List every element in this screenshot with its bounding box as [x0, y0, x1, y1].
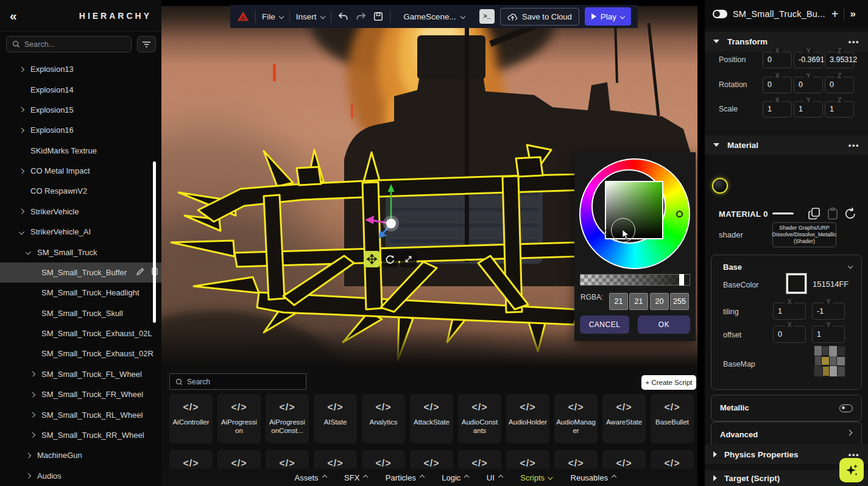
script-card[interactable]: </>AiController [169, 394, 213, 443]
basecolor-swatch[interactable] [786, 273, 806, 294]
cancel-button[interactable]: CANCEL [580, 315, 629, 334]
section-menu-icon[interactable]: ••• [849, 141, 859, 150]
terminal-button[interactable]: >_ [479, 9, 495, 24]
hierarchy-item[interactable]: Explosion16 [0, 120, 161, 140]
hierarchy-item[interactable]: SM_Small_Truck_Exhaust_02R [0, 343, 161, 364]
script-card[interactable]: </>AIState [314, 394, 357, 443]
chevron-right-icon[interactable] [30, 372, 35, 377]
collapse-inspector-icon[interactable]: » [850, 8, 855, 20]
tab-scripts[interactable]: Scripts [520, 473, 552, 482]
sv-handle[interactable] [604, 230, 610, 235]
hierarchy-item[interactable]: StrikerVehicle [0, 202, 161, 222]
script-card[interactable]: </> [458, 450, 501, 470]
metallic-toggle[interactable] [839, 404, 853, 412]
vector-input-x[interactable]: X1 [773, 303, 806, 320]
collapse-panel-icon[interactable]: « [10, 9, 17, 22]
hierarchy-item[interactable]: SM_Small_Truck_RL_Wheel [0, 404, 161, 424]
chevron-down-icon[interactable] [26, 249, 31, 255]
ai-assistant-button[interactable] [839, 458, 864, 482]
blue-value-input[interactable]: 20 [650, 293, 669, 310]
scene-selector[interactable]: GameScene... [403, 12, 464, 21]
script-card[interactable]: </>Analytics [362, 394, 405, 443]
chevron-right-icon[interactable] [26, 453, 31, 458]
hierarchy-item[interactable]: SKidMarks Textrue [0, 141, 161, 161]
script-card[interactable]: </> [506, 450, 549, 470]
hierarchy-item[interactable]: Explosion15 [0, 100, 161, 120]
vector-input-z[interactable]: Z0 [825, 77, 854, 93]
script-card[interactable]: </> [554, 450, 598, 470]
hierarchy-item[interactable]: Explosion13 [0, 59, 161, 79]
move-tool-button[interactable] [364, 251, 380, 267]
hierarchy-item[interactable]: StrikerVehicle_AI [0, 222, 161, 242]
chevron-right-icon[interactable] [30, 432, 35, 438]
script-card[interactable]: </>AudioHolder [506, 394, 549, 443]
script-card[interactable]: </>AudioConstants [458, 394, 501, 443]
hierarchy-item[interactable]: SM_Small_Truck [0, 242, 161, 262]
alpha-value-input[interactable]: 255 [670, 293, 689, 310]
ok-button[interactable]: OK [638, 315, 690, 334]
rename-icon[interactable] [135, 267, 145, 276]
chevron-right-icon[interactable] [19, 66, 24, 72]
file-menu[interactable]: File [262, 12, 283, 21]
redo-button[interactable] [355, 12, 367, 22]
basecolor-hex-value[interactable]: 151514FF [813, 280, 849, 289]
chevron-right-icon[interactable] [30, 392, 35, 397]
save-to-cloud-button[interactable]: Save to Cloud [500, 8, 579, 26]
basemap-texture-thumbnail[interactable] [814, 345, 846, 378]
tab-reusables[interactable]: Reusables [571, 473, 616, 482]
chevron-right-icon[interactable] [19, 209, 24, 214]
vector-input-x[interactable]: X0 [763, 77, 792, 93]
play-button[interactable]: Play [585, 7, 631, 26]
vector-input-y[interactable]: Y0 [794, 77, 823, 93]
vector-input-x[interactable]: X1 [763, 101, 792, 118]
script-card[interactable]: </>BaseBullet [651, 394, 694, 443]
shader-dropdown[interactable]: Shader Graphs/URP Dissolve/Dissolve_Meta… [772, 222, 836, 247]
hierarchy-item[interactable]: CO RespawnV2 [0, 181, 161, 201]
script-card[interactable]: </> [362, 450, 405, 470]
create-script-button[interactable]: + Create Script [641, 375, 696, 390]
hierarchy-item[interactable]: SM_Small_Truck_FR_Wheel [0, 384, 161, 404]
visibility-toggle[interactable] [713, 10, 727, 18]
chevron-right-icon[interactable] [19, 107, 24, 113]
hierarchy-item[interactable]: SM_Small_Truck_RR_Wheel [0, 425, 161, 445]
vector-input-x[interactable]: X0 [763, 52, 792, 68]
vector-input-y[interactable]: Y-0.3691 [794, 52, 823, 68]
reset-material-button[interactable] [843, 206, 858, 221]
script-card[interactable]: </>AiProgressionConst... [266, 394, 309, 443]
add-component-button[interactable]: + [831, 8, 839, 20]
alpha-handle[interactable] [679, 274, 684, 286]
vector-input-x[interactable]: X0 [773, 326, 806, 343]
chevron-down-icon[interactable] [19, 229, 24, 234]
script-card[interactable]: </>AiProgression [217, 394, 261, 443]
chevron-right-icon[interactable] [30, 412, 35, 417]
section-menu-icon[interactable]: ••• [849, 37, 859, 46]
filter-button[interactable] [137, 36, 156, 52]
hierarchy-scrollbar[interactable] [153, 161, 156, 323]
script-card[interactable]: </> [651, 450, 694, 470]
material-preview-ball[interactable] [712, 178, 728, 194]
chevron-right-icon[interactable] [26, 473, 31, 479]
green-value-input[interactable]: 21 [629, 293, 648, 310]
metallic-section[interactable]: Metallic [711, 395, 862, 421]
tab-particles[interactable]: Particles [386, 473, 423, 482]
vector-input-z[interactable]: Z3.95312 [825, 52, 854, 68]
material-section-header[interactable]: Material ••• [705, 135, 868, 155]
script-card[interactable]: </> [410, 450, 453, 470]
vector-input-y[interactable]: Y1 [812, 326, 845, 343]
vector-input-y[interactable]: Y-1 [812, 303, 845, 320]
hierarchy-item[interactable]: SM_Small_Truck_Headlight [0, 283, 161, 303]
script-card[interactable]: </> [314, 450, 357, 470]
hierarchy-item[interactable]: MachineGun [0, 445, 161, 465]
hue-handle[interactable] [676, 211, 683, 217]
hierarchy-item[interactable]: Audios [0, 466, 161, 486]
alpha-slider[interactable] [580, 274, 690, 286]
chevron-down-icon[interactable] [848, 264, 853, 269]
tab-sfx[interactable]: SFX [344, 473, 367, 482]
tab-assets[interactable]: Assets [295, 473, 326, 482]
script-card[interactable]: </> [602, 450, 646, 470]
scale-tool-button[interactable] [400, 251, 417, 267]
chevron-right-icon[interactable] [19, 127, 24, 133]
script-card[interactable]: </> [169, 450, 213, 470]
tab-ui[interactable]: UI [487, 473, 503, 482]
script-card[interactable]: </>AwareState [602, 394, 646, 443]
